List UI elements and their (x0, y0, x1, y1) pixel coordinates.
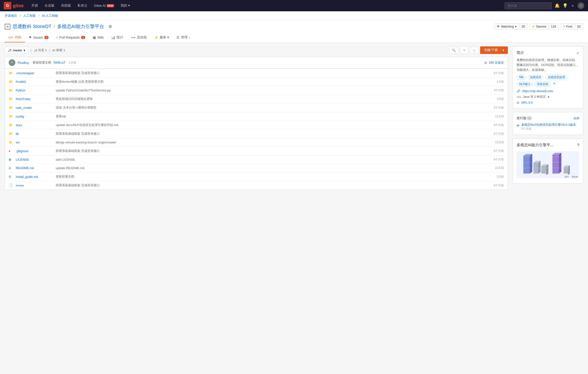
settings-icon[interactable]: ⚙ (108, 24, 112, 29)
breadcrumb-ai[interactable]: 人工智能 (23, 14, 36, 17)
chart-question-icon[interactable]: ? (577, 143, 579, 147)
release-tag-icon: ⬘ (517, 123, 519, 128)
nav-private-cloud[interactable]: 私有云 (75, 0, 90, 11)
file-name-link[interactable]: .mvn/wrapper (16, 71, 53, 75)
branches-label: ⎇ 分支 1 (34, 48, 47, 52)
lightbulb-icon[interactable]: 💡 (563, 3, 568, 8)
folder-icon: 📁 (9, 89, 13, 92)
code-lang-icon: </> (517, 95, 521, 99)
table-row: 📁 docs update docs/NLP自然语言处理引擎的开始.md. 6个… (5, 121, 508, 130)
tab-code[interactable]: </> 代码 (5, 33, 25, 42)
star-icon: ★ (532, 25, 535, 28)
release-all-link[interactable]: 全部 (574, 116, 579, 120)
tag[interactable]: Nlp (517, 75, 526, 80)
commit-author-name[interactable]: PlusBoy (18, 61, 29, 64)
commit-count[interactable]: 160 次提交 (489, 61, 504, 65)
file-name-link[interactable]: LICENSE (16, 158, 53, 161)
logo-icon: G (4, 2, 11, 10)
file-name-link[interactable]: ROOT/dist (16, 97, 53, 101)
file-table: 📁 .mvn/wrapper 部署系统基础框架 完成登录接口 6个月前 📁 Pr… (5, 69, 508, 190)
lang-caret-icon[interactable]: ▾ (548, 95, 549, 99)
tab-wiki[interactable]: ▦ Wiki (89, 33, 107, 42)
tab-manage[interactable]: ☰ 管理 ● (173, 33, 194, 42)
tab-stats[interactable]: 📊 统计 (107, 33, 127, 42)
nav-university[interactable]: 高校版 (58, 0, 74, 11)
watch-button[interactable]: 👁 Watching ▾ (494, 23, 519, 30)
breadcrumb: 开源项目 > 人工智能 > AI-人工智能 (0, 11, 588, 21)
file-time: 6个月前 (494, 71, 504, 75)
repo-name-link[interactable]: 多模态AI能力引擎平台 (57, 24, 104, 29)
file-name-link[interactable]: install_guide.md (16, 175, 53, 178)
file-name-link[interactable]: .gitignore (16, 149, 53, 153)
fork-button[interactable]: ⑂ Fork (561, 23, 575, 30)
tab-issues[interactable]: ⚑ Issues 3 (25, 33, 52, 42)
nav-gitee-ai[interactable]: Gitee AI NEW (91, 0, 117, 11)
svg-text:贡献者: 贡献者 (571, 176, 578, 178)
clone-download-btn[interactable]: 克隆/下载 ▾ (480, 46, 508, 54)
file-name-link[interactable]: lib (16, 132, 53, 136)
watch-button-group: 👁 Watching ▾ 20 (494, 23, 527, 30)
file-name-link[interactable]: ProlMG (16, 80, 53, 83)
pr-badge: 1 (81, 36, 85, 39)
file-name-link[interactable]: src (16, 141, 53, 144)
search-code-btn[interactable]: 🔍 (449, 47, 458, 54)
file-name-link[interactable]: README.md (16, 166, 53, 170)
tab-services[interactable]: ⚡ 服务 ▾ (150, 33, 173, 42)
branch-selector[interactable]: ⎇ master ▾ (5, 47, 28, 54)
expand-icon[interactable]: ⤢ (577, 51, 579, 55)
bell-icon[interactable]: 🔔 (555, 3, 560, 8)
clone-caret-icon: ▾ (500, 48, 504, 52)
add-file-btn[interactable]: ＋ (460, 46, 468, 54)
stats-icon: 📊 (111, 36, 115, 39)
language-value[interactable]: Java 等 2 种语言 (523, 95, 546, 99)
nav-open-source[interactable]: 开源 (29, 0, 41, 11)
star-count[interactable]: 119 (549, 23, 558, 30)
add-tag-button[interactable]: + (553, 82, 555, 87)
file-name-link[interactable]: Python (16, 89, 53, 92)
breadcrumb-open-source[interactable]: 开源项目 (5, 14, 17, 17)
file-name-link[interactable]: docs (16, 124, 53, 127)
chart-area: 软件 贡献者 (517, 150, 579, 179)
table-row: 📁 ProlMG 更新docker镜像 以及 更新部署文档 1天前 (5, 77, 508, 86)
folder-icon: 📁 (9, 71, 13, 75)
website-link[interactable]: 🔗 https://nlp.stonedt.com (517, 89, 579, 93)
fork-count[interactable]: 62 (575, 23, 583, 30)
web-ide-btn[interactable]: ⬚ (470, 47, 478, 54)
tag[interactable]: 自然语言 (527, 75, 544, 80)
file-name-link[interactable]: config (16, 115, 53, 118)
repo-sidebar: 简介 ⤢ 免费的自然语言处理、情感分析、实体识别、图像识别与分类、OCR识别、语… (513, 46, 583, 366)
file-name-link[interactable]: cate_model (16, 106, 53, 110)
link-icon: 🔗 (517, 89, 520, 93)
table-row: ⊟ install_guide.md 更新部署文档 1天前 (5, 172, 508, 181)
file-commit-msg: update docs/NLP自然语言处理引擎的开始.md. (56, 123, 491, 127)
commit-hash[interactable]: 59d6caf (53, 61, 65, 64)
file-commit-msg: 部署系统基础框架 完成登录接口 (56, 149, 491, 153)
star-button[interactable]: ★ Starred (530, 23, 549, 30)
release-item: ⬘ 多模态NLP自然语言处理引擎V0.0.1版本 5个月前 (517, 123, 579, 131)
file-name-link[interactable]: mvnw (16, 184, 53, 187)
repo-owner-link[interactable]: 思通数科 StoneDT (13, 24, 51, 29)
file-commit-msg: 部署系统基础框架 完成登录接口 (56, 71, 491, 75)
watch-count[interactable]: 20 (519, 23, 527, 30)
table-row: 📁 lib 部署系统基础框架 完成登录接口 6个月前 (5, 130, 508, 138)
release-name-link[interactable]: 多模态NLP自然语言处理引擎V0.0.1版本 (521, 123, 576, 127)
logo[interactable]: G gitee (4, 2, 24, 10)
logo-text: gitee (13, 3, 24, 9)
file-time: 6个月前 (494, 184, 504, 187)
tab-pr[interactable]: ⑂ Pull Requests 1 (52, 33, 89, 42)
nav-my[interactable]: 我的 ▾ (118, 0, 133, 11)
license-link[interactable]: GPL-3.0 (521, 101, 533, 104)
git-icon: ♦ (9, 149, 13, 153)
tag[interactable]: 语音识别 (534, 82, 551, 87)
tab-pipeline[interactable]: ⟿ 流水线 (127, 33, 150, 42)
breadcrumb-ai-detail[interactable]: AI-人工智能 (42, 14, 58, 17)
user-avatar[interactable]: U (578, 2, 584, 9)
table-row: ♦ .gitignore 部署系统基础框架 完成登录接口 6个月前 (5, 147, 508, 156)
nav-enterprise[interactable]: 企业版 (42, 0, 57, 11)
repo-full-name: 思通数科 StoneDT / 多模态AI能力引擎平台 (13, 23, 104, 30)
add-icon[interactable]: ＋ (571, 3, 575, 9)
search-input[interactable] (504, 2, 552, 9)
language-meta: </> Java 等 2 种语言 ▾ (517, 95, 579, 99)
tag[interactable]: 自然语言处理 (545, 75, 567, 80)
tag[interactable]: NLP接口 (517, 82, 533, 87)
